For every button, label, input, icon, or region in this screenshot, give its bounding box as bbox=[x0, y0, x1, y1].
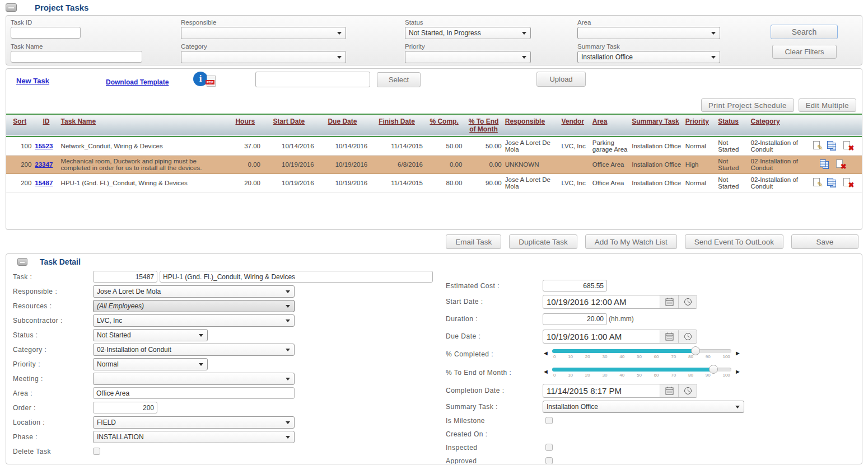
pct-eom-column-header[interactable]: % To End of Month bbox=[469, 118, 499, 133]
table-row[interactable]: 200 15487 HPU-1 (Gnd. Fl.)_Conduit, Wiri… bbox=[6, 174, 862, 192]
table-row[interactable]: 100 15523 Network_Conduit, Wiring & Devi… bbox=[6, 137, 862, 156]
pct-completed-slider[interactable]: ◄ 0102030405060708090100 ► bbox=[543, 349, 741, 359]
area-dropdown[interactable] bbox=[577, 27, 720, 39]
category-select[interactable]: 02-Installation of Conduit bbox=[93, 344, 295, 356]
clock-icon[interactable] bbox=[678, 384, 697, 397]
responsible-dropdown[interactable] bbox=[181, 27, 346, 39]
priority-column-header[interactable]: Priority bbox=[685, 118, 709, 125]
category-dropdown[interactable] bbox=[181, 51, 346, 63]
calendar-icon[interactable] bbox=[660, 330, 678, 343]
task-id-link[interactable]: 15523 bbox=[35, 143, 53, 149]
delete-task-icon[interactable]: ✖ bbox=[842, 141, 852, 151]
approved-checkbox[interactable] bbox=[545, 457, 553, 464]
edit-multiple-button[interactable]: Edit Multiple bbox=[799, 98, 856, 112]
status-column-header[interactable]: Status bbox=[718, 118, 739, 125]
slider-tick-label: 60 bbox=[654, 373, 659, 378]
slider-tick-label: 80 bbox=[688, 354, 693, 359]
delete-task-icon[interactable]: ✖ bbox=[842, 178, 852, 188]
status-dropdown[interactable]: Not Started, In Progress bbox=[405, 27, 531, 39]
slider-tick-label: 90 bbox=[706, 373, 711, 378]
clock-icon[interactable] bbox=[678, 295, 697, 308]
sort-column-header[interactable]: Sort bbox=[13, 118, 26, 125]
is-milestone-checkbox[interactable] bbox=[545, 417, 553, 424]
select-file-button[interactable]: Select bbox=[377, 72, 421, 87]
clear-filters-button[interactable]: Clear Filters bbox=[772, 45, 837, 59]
summary-task-dropdown[interactable]: Installation Office bbox=[577, 51, 720, 63]
table-row[interactable]: 200 23347 Mechanical room, Ductwork and … bbox=[6, 156, 862, 174]
collapse-detail-icon[interactable] bbox=[17, 258, 27, 266]
print-project-schedule-button[interactable]: Print Project Schedule bbox=[701, 98, 794, 112]
slider-increment-icon[interactable]: ► bbox=[735, 368, 741, 375]
task-name-column-header[interactable]: Task Name bbox=[61, 118, 96, 125]
status-select[interactable]: Not Started bbox=[93, 329, 208, 341]
new-task-link[interactable]: New Task bbox=[16, 77, 49, 85]
calendar-icon[interactable] bbox=[660, 384, 678, 397]
location-select[interactable]: FIELD bbox=[93, 416, 295, 429]
copy-task-icon[interactable] bbox=[827, 141, 837, 151]
task-id-link[interactable]: 15487 bbox=[35, 180, 53, 186]
start-date-column-header[interactable]: Start Date bbox=[273, 118, 305, 125]
due-date-column-header[interactable]: Due Date bbox=[328, 118, 357, 125]
copy-task-icon[interactable] bbox=[827, 178, 837, 188]
phase-select[interactable]: INSTALLATION bbox=[93, 431, 295, 443]
id-column-header[interactable]: ID bbox=[43, 118, 49, 125]
summary-task-column-header[interactable]: Summary Task bbox=[632, 118, 679, 125]
start-date-picker[interactable]: 10/19/2016 12:00 AM bbox=[543, 295, 697, 309]
search-button[interactable]: Search bbox=[771, 25, 838, 39]
save-button[interactable]: Save bbox=[791, 234, 858, 249]
delete-task-checkbox[interactable] bbox=[93, 448, 100, 455]
duplicate-task-button[interactable]: Duplicate Task bbox=[509, 234, 577, 249]
due-date-picker[interactable]: 10/19/2016 1:00 AM bbox=[543, 330, 697, 344]
pct-eom-slider[interactable]: ◄ 0102030405060708090100 ► bbox=[543, 368, 741, 378]
priority-select[interactable]: Normal bbox=[93, 358, 208, 370]
edit-task-icon[interactable]: ✎ bbox=[812, 178, 822, 188]
file-path-input[interactable] bbox=[255, 72, 370, 87]
completion-date-picker[interactable]: 11/14/2015 8:17 PM bbox=[543, 384, 697, 398]
edit-task-icon[interactable]: ✎ bbox=[812, 141, 822, 151]
delete-task-icon[interactable]: ✖ bbox=[835, 159, 845, 170]
slider-decrement-icon[interactable]: ◄ bbox=[543, 368, 549, 375]
download-template-link[interactable]: Download Template bbox=[106, 78, 169, 86]
add-to-watch-list-button[interactable]: Add To My Watch List bbox=[585, 234, 677, 249]
task-id-link[interactable]: 23347 bbox=[35, 161, 53, 168]
finish-date-column-header[interactable]: Finish Date bbox=[379, 118, 415, 125]
slider-decrement-icon[interactable]: ◄ bbox=[543, 349, 549, 357]
email-task-button[interactable]: Email Task bbox=[446, 234, 501, 249]
send-event-to-outlook-button[interactable]: Send Event To OutLook bbox=[685, 234, 783, 249]
priority-dropdown[interactable] bbox=[405, 51, 531, 63]
vendor-column-header[interactable]: Vendor bbox=[561, 118, 584, 125]
upload-button[interactable]: Upload bbox=[536, 72, 586, 87]
area-column-header[interactable]: Area bbox=[592, 118, 608, 125]
resources-select[interactable]: (All Employees) bbox=[93, 300, 295, 312]
collapse-section-icon[interactable] bbox=[6, 3, 17, 12]
slider-handle[interactable] bbox=[691, 346, 700, 355]
category-column-header[interactable]: Category bbox=[751, 118, 780, 125]
meeting-select[interactable] bbox=[93, 373, 295, 385]
copy-task-icon[interactable] bbox=[820, 159, 830, 170]
area-field[interactable] bbox=[93, 387, 295, 399]
slider-track[interactable] bbox=[552, 349, 731, 353]
slider-increment-icon[interactable]: ► bbox=[735, 349, 741, 357]
responsible-column-header[interactable]: Responsible bbox=[505, 118, 545, 125]
slider-handle[interactable] bbox=[709, 365, 718, 374]
cell-sort: 200 bbox=[6, 156, 33, 174]
calendar-icon[interactable] bbox=[660, 295, 678, 308]
order-field[interactable] bbox=[93, 402, 157, 413]
due-date-label: Due Date : bbox=[446, 332, 543, 340]
slider-track[interactable] bbox=[552, 368, 731, 372]
pct-comp-column-header[interactable]: % Comp. bbox=[430, 118, 458, 125]
task-id-input[interactable] bbox=[11, 27, 81, 39]
hours-column-header[interactable]: Hours bbox=[235, 118, 255, 125]
inspected-checkbox[interactable] bbox=[545, 444, 553, 451]
summary-task-select[interactable]: Installation Office bbox=[543, 401, 744, 413]
task-id-field[interactable] bbox=[93, 271, 157, 283]
pdf-icon[interactable]: PDF bbox=[207, 76, 216, 87]
task-name-input[interactable] bbox=[11, 51, 142, 63]
task-name-field[interactable] bbox=[160, 271, 433, 283]
subcontractor-label: Subcontractor : bbox=[13, 317, 93, 325]
duration-field[interactable] bbox=[543, 313, 607, 325]
clock-icon[interactable] bbox=[678, 330, 697, 343]
estimated-cost-field[interactable] bbox=[543, 280, 607, 292]
subcontractor-select[interactable]: LVC, Inc bbox=[93, 314, 295, 327]
responsible-select[interactable]: Jose A Loret De Mola bbox=[93, 285, 295, 298]
